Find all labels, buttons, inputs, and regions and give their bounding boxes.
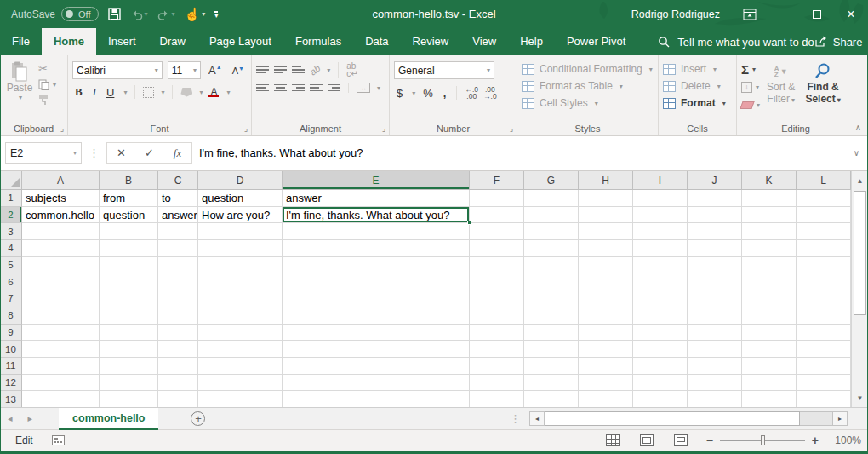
tab-home[interactable]: Home: [42, 28, 96, 55]
font-color-caret-icon[interactable]: ▾: [226, 89, 230, 96]
cell-I2[interactable]: [633, 207, 688, 224]
tab-file[interactable]: File: [0, 28, 42, 55]
align-center-button[interactable]: [274, 84, 287, 92]
cell-E5[interactable]: [283, 257, 470, 274]
undo-caret-icon[interactable]: ▾: [145, 10, 148, 18]
cell-J7[interactable]: [688, 290, 742, 307]
cell-H7[interactable]: [579, 290, 633, 307]
cell-H12[interactable]: [579, 375, 633, 392]
cell-I1[interactable]: [633, 190, 688, 207]
font-size-combobox[interactable]: 11 ▾: [168, 61, 201, 79]
cell-C2[interactable]: answer: [158, 207, 198, 224]
fill-handle[interactable]: [467, 221, 471, 225]
cell-K4[interactable]: [742, 240, 797, 257]
zoom-slider-thumb[interactable]: [761, 435, 765, 445]
vertical-scrollbar-thumb[interactable]: [854, 191, 866, 315]
cell-H3[interactable]: [579, 223, 633, 240]
cell-D12[interactable]: [198, 375, 283, 392]
orientation-icon[interactable]: ab: [308, 63, 323, 78]
cell-F13[interactable]: [470, 391, 524, 407]
row-header-13[interactable]: 13: [0, 391, 22, 407]
cell-E11[interactable]: [283, 358, 470, 375]
ribbon-display-options-button[interactable]: [734, 0, 766, 28]
cell-A9[interactable]: [22, 325, 100, 342]
column-header-H[interactable]: H: [579, 171, 633, 190]
format-painter-button[interactable]: [38, 95, 56, 105]
column-header-E[interactable]: E: [283, 171, 470, 190]
cell-E10[interactable]: [283, 341, 470, 358]
row-header-10[interactable]: 10: [0, 341, 22, 358]
cell-A11[interactable]: [22, 358, 100, 375]
cell-A6[interactable]: [22, 273, 100, 290]
column-header-D[interactable]: D: [198, 171, 283, 190]
cell-B2[interactable]: question: [100, 207, 158, 224]
format-as-table-button[interactable]: Format as Table ▾: [522, 80, 654, 92]
cell-B11[interactable]: [100, 358, 158, 375]
page-break-preview-icon[interactable]: [674, 434, 688, 446]
tab-review[interactable]: Review: [401, 28, 461, 55]
borders-button-icon[interactable]: [143, 87, 154, 98]
formula-input[interactable]: I'm fine, thanks. What about you?: [199, 147, 850, 159]
middle-align-button[interactable]: [274, 66, 287, 74]
cell-I13[interactable]: [633, 391, 688, 407]
row-header-1[interactable]: 1: [0, 190, 22, 207]
cell-K9[interactable]: [742, 325, 797, 342]
align-left-button[interactable]: [256, 84, 269, 92]
cell-J2[interactable]: [688, 207, 742, 224]
cell-F7[interactable]: [470, 290, 524, 307]
cell-K10[interactable]: [742, 341, 797, 358]
cell-E7[interactable]: [283, 290, 470, 307]
cell-D5[interactable]: [198, 257, 283, 274]
name-box[interactable]: E2 ▾: [5, 142, 82, 164]
increase-font-size-button[interactable]: A▲: [206, 64, 225, 77]
cell-J9[interactable]: [688, 325, 742, 342]
copy-button[interactable]: ▾: [38, 79, 56, 90]
cell-E4[interactable]: [283, 240, 470, 257]
alignment-dialog-launcher-icon[interactable]: ⌟: [382, 124, 385, 133]
cell-K11[interactable]: [742, 358, 797, 375]
tell-me-search[interactable]: Tell me what you want to do: [658, 36, 814, 49]
insert-function-button[interactable]: fx: [163, 147, 191, 160]
undo-button[interactable]: ▾: [130, 9, 148, 20]
cell-G8[interactable]: [524, 307, 579, 325]
cell-I9[interactable]: [633, 325, 688, 342]
cell-L2[interactable]: [797, 207, 851, 224]
cell-E13[interactable]: [283, 391, 470, 407]
previous-sheet-icon[interactable]: ◂: [0, 413, 20, 424]
cell-F1[interactable]: [470, 190, 524, 207]
font-dialog-launcher-icon[interactable]: ⌟: [244, 124, 248, 133]
cell-A2[interactable]: common.hello: [22, 207, 100, 224]
paste-button[interactable]: Paste ▾: [4, 61, 35, 105]
cell-A8[interactable]: [22, 307, 100, 325]
cell-H10[interactable]: [579, 341, 633, 358]
cell-I11[interactable]: [633, 358, 688, 375]
cell-F9[interactable]: [470, 325, 524, 342]
cell-L6[interactable]: [797, 273, 851, 290]
column-header-J[interactable]: J: [688, 171, 742, 190]
next-sheet-icon[interactable]: ▸: [20, 413, 41, 424]
cell-A3[interactable]: [22, 223, 100, 240]
cell-B1[interactable]: from: [100, 190, 158, 207]
cell-D2[interactable]: How are you?: [198, 207, 283, 224]
merge-center-caret-icon[interactable]: ▾: [377, 84, 380, 92]
cell-H2[interactable]: [579, 207, 633, 224]
collapse-ribbon-icon[interactable]: ∧: [855, 123, 861, 132]
horizontal-scrollbar[interactable]: ◂ ▸: [529, 411, 848, 426]
cell-L12[interactable]: [797, 375, 851, 392]
delete-cells-button[interactable]: Delete ▾: [663, 80, 732, 92]
row-header-2[interactable]: 2: [0, 207, 22, 224]
find-select-button[interactable]: Find & Select▾: [802, 61, 843, 112]
column-header-A[interactable]: A: [22, 171, 100, 190]
cell-H8[interactable]: [579, 307, 633, 325]
sort-filter-button[interactable]: AZ ▼ Sort & Filter▾: [763, 61, 798, 112]
column-header-K[interactable]: K: [742, 171, 797, 190]
tabbar-splitter[interactable]: ⋮: [510, 412, 521, 425]
cell-I12[interactable]: [633, 375, 688, 392]
cell-I7[interactable]: [633, 290, 688, 307]
column-header-G[interactable]: G: [524, 171, 579, 190]
row-header-3[interactable]: 3: [0, 223, 22, 240]
autosave-control[interactable]: AutoSave Off: [11, 7, 99, 21]
font-name-combobox[interactable]: Calibri ▾: [72, 61, 163, 79]
cell-D4[interactable]: [198, 240, 283, 257]
cell-E12[interactable]: [283, 375, 470, 392]
